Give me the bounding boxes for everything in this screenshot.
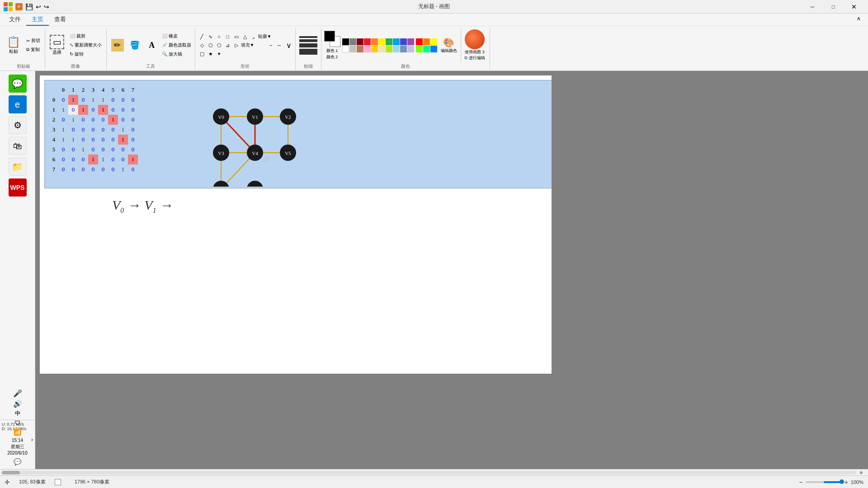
fill-btn[interactable]: 🪣	[127, 38, 143, 53]
antivirus-icon[interactable]: 🛡	[14, 419, 21, 427]
cell-7-1: 0	[68, 164, 78, 174]
shape-line-btn[interactable]: ╱	[198, 33, 206, 41]
select-btn[interactable]: ▭ 选择	[48, 33, 66, 57]
mic-icon[interactable]: 🎤	[13, 389, 22, 398]
shape-fill-btn[interactable]: 填充▼	[241, 41, 268, 49]
tab-home[interactable]: 主页	[26, 14, 49, 26]
swatch-ex2[interactable]	[423, 38, 430, 45]
shape-rect-btn[interactable]: □	[224, 33, 232, 41]
swatch-red[interactable]	[364, 38, 371, 45]
crop-btn[interactable]: ⬜ 裁剪	[68, 32, 104, 40]
shape-rect2-btn[interactable]: ▭	[232, 33, 241, 41]
redo-quick-icon[interactable]: ↪	[44, 3, 49, 10]
cell-7-3: 0	[88, 164, 98, 174]
swatch-ex3[interactable]	[430, 38, 437, 45]
ribbon-collapse-btn[interactable]: ∧	[853, 14, 864, 26]
swatch-ex1[interactable]	[416, 38, 423, 45]
shape-star-btn[interactable]: ★	[207, 50, 215, 58]
pencil-btn[interactable]: ✏	[109, 38, 126, 53]
magnifier-btn[interactable]: 🔍 放大镜	[161, 50, 192, 58]
sidebar-icon-edge[interactable]: e	[9, 95, 27, 113]
wifi-icon[interactable]: 📶	[14, 428, 21, 436]
swatch-blue[interactable]	[400, 38, 407, 45]
cut-btn[interactable]: ✂ 剪切	[24, 37, 42, 45]
shape-star6-btn[interactable]: ✦	[215, 50, 223, 58]
cell-2-4: 0	[98, 115, 108, 125]
undo-quick-icon[interactable]: ↩	[36, 3, 41, 10]
colorpicker-btn[interactable]: 💉 颜色选取器	[161, 41, 192, 49]
swatch-ltgray[interactable]	[349, 46, 356, 52]
swatch-ex5[interactable]	[423, 46, 430, 52]
swatch-pink[interactable]	[364, 46, 371, 52]
swatch-gray[interactable]	[349, 38, 356, 45]
swatch-gold[interactable]	[371, 46, 378, 52]
shape-rright-btn[interactable]: ⊿	[224, 41, 232, 49]
swatch-ltgreen[interactable]	[386, 46, 392, 52]
eraser-btn[interactable]: ⬜ 橡皮	[161, 32, 192, 40]
swatch-ex6[interactable]	[430, 46, 437, 52]
zoom-slider[interactable]: − + 100%	[799, 479, 863, 486]
shape-oval-btn[interactable]: ○	[215, 33, 223, 41]
swatch-lavender[interactable]	[407, 46, 414, 52]
shape-tri-btn[interactable]: △	[241, 33, 249, 41]
shape-outline-btn[interactable]: 轮廓▼	[258, 33, 285, 41]
shape-diamond-btn[interactable]: ◇	[198, 41, 206, 49]
minimize-btn[interactable]: ─	[802, 0, 823, 14]
node-v0-label: V0	[218, 114, 224, 120]
swatch-orange[interactable]	[371, 38, 378, 45]
swatch-purple[interactable]	[407, 38, 414, 45]
sidebar-icon-wechat[interactable]: 💬	[9, 75, 27, 93]
tab-view[interactable]: 查看	[49, 14, 71, 26]
cell-5-7: 0	[128, 145, 138, 155]
sidebar-icon-wps[interactable]: WPS	[9, 178, 27, 197]
swatch-ex4[interactable]	[416, 46, 423, 52]
size-2-btn[interactable]	[299, 39, 317, 42]
color1-preview[interactable]	[324, 31, 335, 42]
maximize-btn[interactable]: □	[823, 0, 844, 14]
zoom-in-btn[interactable]: +	[844, 479, 848, 486]
horizontal-scrollbar[interactable]	[0, 469, 868, 475]
shape-dblarrow-btn[interactable]: ↔	[275, 41, 283, 49]
shape-arrow-btn[interactable]: →	[267, 41, 275, 49]
copy-btn[interactable]: ⧉ 复制	[24, 46, 42, 54]
shape-more-btn[interactable]: ⌟	[250, 33, 258, 41]
swatch-yellow[interactable]	[378, 38, 385, 45]
cell-7-0: 0	[58, 164, 68, 174]
notification-icon[interactable]: 💬	[14, 458, 21, 465]
save-quick-icon[interactable]: 💾	[25, 3, 33, 10]
zoom-out-btn[interactable]: −	[799, 479, 802, 486]
tab-file[interactable]: 文件	[4, 14, 26, 26]
sidebar-icon-settings[interactable]: ⚙	[9, 116, 27, 134]
edit-colors-btn[interactable]: 🎨 编辑颜色	[439, 36, 459, 55]
shape-curve-btn[interactable]: ∿	[207, 33, 215, 41]
shape-rounded-btn[interactable]: ▢	[198, 50, 206, 58]
swatch-ltblue[interactable]	[400, 46, 407, 52]
paste-btn[interactable]: 📋 粘贴	[5, 34, 23, 56]
swatch-ltcyan[interactable]	[393, 46, 400, 52]
shape-rtri-btn[interactable]: ▷	[232, 41, 241, 49]
close-btn[interactable]: ✕	[844, 0, 864, 14]
size-4-btn[interactable]	[299, 49, 317, 55]
swatch-cream[interactable]	[378, 46, 385, 52]
sidebar-icon-store[interactable]: 🛍	[9, 137, 27, 155]
swatch-white[interactable]	[342, 46, 349, 52]
swatch-black[interactable]	[342, 38, 349, 45]
swatch-darkred[interactable]	[357, 38, 363, 45]
col-header-5: 5	[108, 85, 118, 95]
text-btn[interactable]: A	[144, 38, 160, 53]
sidebar-icon-folder[interactable]: 📁	[9, 158, 27, 176]
shape-penta-btn[interactable]: ⬠	[207, 41, 215, 49]
row-header-0: 0	[49, 95, 58, 105]
swatch-brown[interactable]	[357, 46, 363, 52]
size-1-btn[interactable]	[299, 36, 317, 38]
rotate-btn[interactable]: ↻ 旋转	[68, 50, 104, 58]
swatch-green[interactable]	[386, 38, 392, 45]
tools-group: ✏ 🪣 A ⬜ 橡皮 💉 颜色选取器 🔍 放大镜 工具	[107, 28, 195, 70]
shapes-expand-btn[interactable]: ∨	[285, 40, 292, 51]
shape-hexa-btn[interactable]: ⬡	[215, 41, 223, 49]
resize-btn[interactable]: ⤡ 重新调整大小	[68, 41, 104, 49]
size-3-btn[interactable]	[299, 43, 317, 47]
speaker-icon[interactable]: 🔊	[13, 399, 22, 408]
swatch-cyan[interactable]	[393, 38, 400, 45]
3d-edit-btn[interactable]: 使用画图 3D 进行编辑	[461, 28, 487, 62]
